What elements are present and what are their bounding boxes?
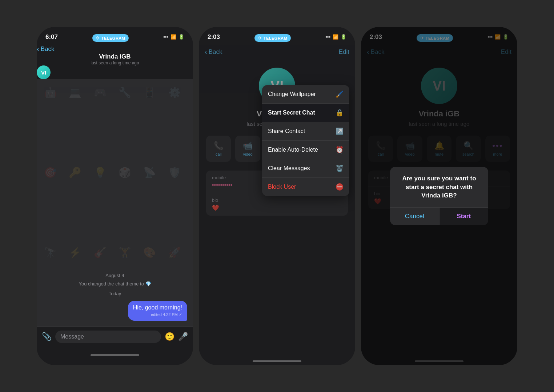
dropdown-share-contact[interactable]: Share Contact ↗️ xyxy=(262,122,349,141)
dropdown-block-user[interactable]: Block User ⛔ xyxy=(262,178,349,196)
block-user-label: Block User xyxy=(268,184,296,190)
mic-icon[interactable]: 🎤 xyxy=(178,332,188,341)
battery-icon: 🔋 xyxy=(178,34,184,40)
wallpaper-icon: 🖌️ xyxy=(336,90,344,98)
wifi-icon: 📶 xyxy=(170,34,176,40)
dropdown-change-wallpaper[interactable]: Change Wallpaper 🖌️ xyxy=(262,85,349,104)
attach-icon[interactable]: 📎 xyxy=(42,332,52,341)
screens-container: 6:07 ✈ TELEGRAM ▪▪▪ 📶 🔋 ‹ Back Vrinda iG… xyxy=(0,0,554,392)
status-time-1: 6:07 xyxy=(45,33,58,41)
dropdown-enable-auto-delete[interactable]: Enable Auto-Delete ⏰ xyxy=(262,141,349,159)
chat-nav-subtitle: last seen a long time ago xyxy=(37,60,193,65)
start-secret-chat-label: Start Secret Chat xyxy=(268,109,315,116)
secret-chat-icon: 🔒 xyxy=(336,109,344,117)
block-user-icon: ⛔ xyxy=(336,183,344,191)
chat-nav-avatar[interactable]: VI xyxy=(37,65,51,79)
dialog-buttons: Cancel Start xyxy=(390,207,488,225)
auto-delete-icon: ⏰ xyxy=(336,146,344,154)
chat-bubble-meta: edited 4:22 PM ✓ xyxy=(133,312,182,317)
share-contact-icon: ↗️ xyxy=(336,127,344,135)
dropdown-clear-messages[interactable]: Clear Messages 🗑️ xyxy=(262,159,349,178)
modal-overlay: Are you sure you want to start a secret … xyxy=(361,27,517,365)
chat-bubble-text: Hie, good morning! xyxy=(133,304,182,311)
status-bar-1: 6:07 ✈ TELEGRAM ▪▪▪ 📶 🔋 xyxy=(37,27,193,45)
secret-chat-dialog: Are you sure you want to start a secret … xyxy=(390,167,488,225)
share-contact-label: Share Contact xyxy=(268,128,305,135)
chat-date-aug: August 4 xyxy=(43,273,187,278)
dropdown-overlay: Change Wallpaper 🖌️ Start Secret Chat 🔒 … xyxy=(199,27,355,365)
chat-nav-bar: ‹ Back Vrinda iGB last seen a long time … xyxy=(37,45,193,79)
clear-messages-icon: 🗑️ xyxy=(336,164,344,172)
dropdown-start-secret-chat[interactable]: Start Secret Chat 🔒 xyxy=(262,104,349,122)
chat-nav-title: Vrinda iGB xyxy=(37,53,193,60)
dialog-cancel-button[interactable]: Cancel xyxy=(390,208,439,225)
back-label-1: Back xyxy=(41,45,55,53)
back-button-1[interactable]: ‹ Back xyxy=(37,45,193,53)
home-bar-1 xyxy=(91,354,139,356)
chat-date-today: Today xyxy=(43,291,187,296)
dialog-confirm-button[interactable]: Start xyxy=(439,208,489,225)
screen3-phone: 2:03 ✈ TELEGRAM ▪▪▪ 📶 🔋 ‹ Back Edit xyxy=(361,27,517,365)
chat-nav-center: Vrinda iGB last seen a long time ago xyxy=(37,53,193,65)
telegram-label-1: TELEGRAM xyxy=(101,36,125,40)
clear-messages-label: Clear Messages xyxy=(268,165,310,172)
dialog-content: Are you sure you want to start a secret … xyxy=(390,167,488,207)
emoji-icon[interactable]: 🙂 xyxy=(165,332,174,341)
home-indicator-1 xyxy=(37,347,193,359)
auto-delete-label: Enable Auto-Delete xyxy=(268,147,318,153)
message-input-bar: 📎 Message 🙂 🎤 xyxy=(37,327,193,347)
status-icons-1: ▪▪▪ 📶 🔋 xyxy=(163,34,184,40)
message-placeholder: Message xyxy=(60,333,84,340)
chat-system-msg: You changed the chat theme to 💎 xyxy=(43,281,187,287)
telegram-badge-1: ✈ TELEGRAM xyxy=(92,34,129,42)
chat-background: 🤖 💻 🎮 🔧 📱 ⚙️ 🎯 🔑 💡 🎲 📡 🛡️ 🔭 ⚡ 🎸 🏋️ 🎨 🚀 xyxy=(37,79,193,327)
screen1-phone: 6:07 ✈ TELEGRAM ▪▪▪ 📶 🔋 ‹ Back Vrinda iG… xyxy=(37,27,193,365)
change-wallpaper-label: Change Wallpaper xyxy=(268,91,316,97)
screen2-phone: 2:03 ✈ TELEGRAM ▪▪▪ 📶 🔋 ‹ Back Edit xyxy=(199,27,355,365)
chat-messages: August 4 You changed the chat theme to 💎… xyxy=(37,267,193,327)
message-input[interactable]: Message xyxy=(55,331,161,343)
dialog-title: Are you sure you want to start a secret … xyxy=(397,174,481,200)
back-chevron-1: ‹ xyxy=(37,45,39,53)
chat-bubble-1: Hie, good morning! edited 4:22 PM ✓ xyxy=(128,301,187,321)
dropdown-menu: Change Wallpaper 🖌️ Start Secret Chat 🔒 … xyxy=(262,85,349,196)
signal-icon: ▪▪▪ xyxy=(163,34,168,40)
